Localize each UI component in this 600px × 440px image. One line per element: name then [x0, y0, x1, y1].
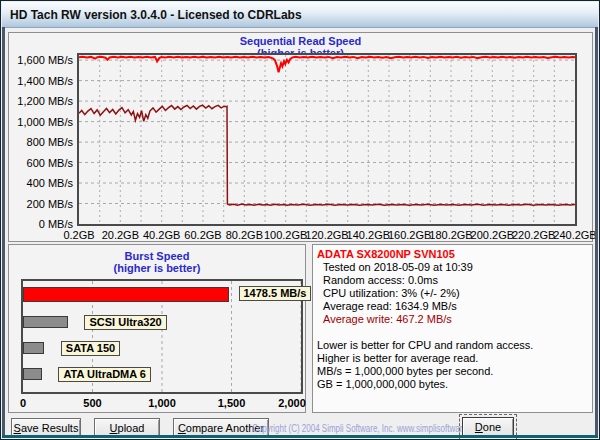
- burst-bar-label: SCSI Ultra320: [84, 315, 166, 330]
- note-lower-better: Lower is better for CPU and random acces…: [317, 339, 592, 352]
- sequential-chart-title: Sequential Read Speed: [9, 35, 592, 47]
- burst-x-tick-label: 1,500: [208, 397, 256, 409]
- x-tick-label: 240.2GB: [545, 229, 600, 241]
- average-read: Average read: 1634.9 MB/s: [317, 300, 592, 313]
- y-tick-label: 1,400 MB/s: [11, 75, 73, 87]
- copyright-text: Copyright (C) 2004 Simpli Software, Inc.…: [252, 423, 484, 434]
- burst-x-tick-label: 0: [0, 397, 47, 409]
- tested-on: Tested on 2018-05-09 at 10:39: [317, 261, 592, 274]
- title-bar[interactable]: HD Tach RW version 3.0.4.0 - Licensed to…: [2, 2, 598, 28]
- burst-speed-panel: Burst Speed (higher is better) 1478.5 MB…: [8, 244, 306, 413]
- sequential-plot-area: [77, 53, 577, 226]
- burst-bar-label: ATA UltraDMA 6: [58, 367, 151, 382]
- y-tick-label: 1,600 MB/s: [11, 54, 73, 66]
- burst-bar: [23, 287, 229, 302]
- burst-x-tick-label: 1,000: [138, 397, 186, 409]
- window-border-bottom: [2, 435, 598, 438]
- window-border-left: [2, 27, 5, 436]
- info-spacer: [317, 326, 592, 339]
- cpu-utilization: CPU utilization: 3% (+/- 2%): [317, 287, 592, 300]
- burst-bar: [23, 368, 42, 380]
- burst-bar-label: 1478.5 MB/s: [239, 286, 312, 301]
- burst-bar: [23, 342, 44, 354]
- burst-bar: [23, 316, 68, 328]
- burst-chart-subtitle: (higher is better): [9, 262, 305, 274]
- note-gb-definition: GB = 1,000,000,000 bytes.: [317, 378, 592, 391]
- burst-chart-title: Burst Speed: [9, 250, 305, 262]
- done-button[interactable]: Done: [462, 417, 514, 437]
- burst-bar-label: SATA 150: [61, 341, 120, 356]
- hd-tach-window: HD Tach RW version 3.0.4.0 - Licensed to…: [0, 0, 600, 440]
- y-tick-label: 1,000 MB/s: [11, 116, 73, 128]
- window-border-right: [595, 27, 598, 436]
- average-write: Average write: 467.2 MB/s: [317, 313, 592, 326]
- window-title: HD Tach RW version 3.0.4.0 - Licensed to…: [10, 8, 302, 22]
- random-access: Random access: 0.0ms: [317, 274, 592, 287]
- burst-x-tick-label: 2,000: [268, 397, 316, 409]
- drive-info-panel: ADATA SX8200NP SVN105 Tested on 2018-05-…: [312, 244, 593, 413]
- y-tick-label: 200 MB/s: [11, 198, 73, 210]
- drive-name: ADATA SX8200NP SVN105: [317, 248, 592, 261]
- y-tick-label: 1,200 MB/s: [11, 95, 73, 107]
- y-tick-label: 400 MB/s: [11, 177, 73, 189]
- y-tick-label: 800 MB/s: [11, 136, 73, 148]
- note-mbs-definition: MB/s = 1,000,000 bytes per second.: [317, 365, 592, 378]
- sequential-chart-svg: [79, 55, 575, 224]
- burst-plot-area: 1478.5 MB/sSCSI Ultra320SATA 150ATA Ultr…: [21, 279, 303, 394]
- burst-x-tick-label: 500: [69, 397, 117, 409]
- sequential-read-panel: Sequential Read Speed (higher is better)…: [8, 32, 593, 242]
- note-higher-better: Higher is better for average read.: [317, 352, 592, 365]
- y-tick-label: 600 MB/s: [11, 157, 73, 169]
